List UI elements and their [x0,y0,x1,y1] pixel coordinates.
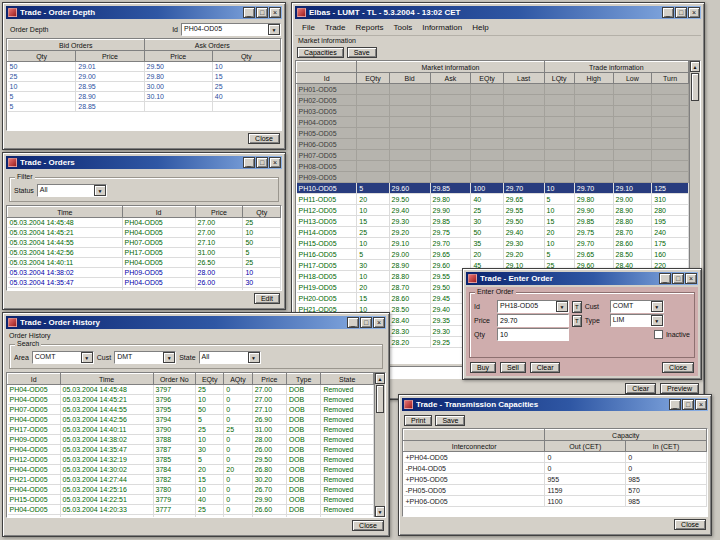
table-row[interactable]: +PH04-OD0500 [404,452,707,463]
chevron-down-icon[interactable]: ▼ [556,301,568,312]
close-button[interactable]: Close [248,133,280,144]
table-row[interactable]: PH15-OD051029.1029.703529.301029.7028.60… [297,238,689,249]
enter-order-titlebar[interactable]: Trade - Enter Order _ □ × [466,272,698,285]
menu-trade[interactable]: Trade [320,22,351,33]
column-header[interactable]: Id [122,207,195,218]
column-header[interactable]: EQty [357,73,389,84]
table-row[interactable]: 2529.0029.8015 [8,72,281,82]
column-header[interactable]: Time [8,207,123,218]
table-row[interactable]: -PH05-OD051159570 [404,485,707,496]
table-row[interactable]: PH04-OD0505.03.2004 14:42:5637945026.90D… [8,415,374,425]
minimize-icon[interactable]: _ [243,7,255,18]
close-icon[interactable]: × [688,7,700,18]
close-icon[interactable]: × [373,317,385,328]
menu-information[interactable]: Information [417,22,467,33]
minimize-icon[interactable]: _ [659,273,671,284]
chevron-down-icon[interactable]: ▼ [163,352,175,363]
id-tick-button[interactable]: T [572,301,582,313]
market-titlebar[interactable]: Elbas - LUMT - TL - 5.3.2004 - 13:02 CET… [295,6,701,19]
column-header[interactable]: High [574,73,613,84]
menu-reports[interactable]: Reports [351,22,389,33]
state-select[interactable]: All ▼ [199,351,261,364]
print-button[interactable]: Print [404,415,432,426]
maximize-icon[interactable]: □ [256,157,268,168]
chevron-down-icon[interactable]: ▼ [94,185,106,196]
column-header[interactable]: Interconnector [404,441,545,452]
qty-input[interactable] [497,328,569,341]
table-row[interactable]: PH12-OD0505.03.2004 14:32:1937855029.50D… [8,455,374,465]
table-row[interactable]: PH04-OD0505.03.2004 14:45:21379610027.00… [8,395,374,405]
capacities-button[interactable]: Capacities [297,47,344,58]
table-row[interactable]: PH04-OD0505.03.2004 14:30:023784202026.8… [8,465,374,475]
transmission-titlebar[interactable]: Trade - Transmission Capacities _ □ × [402,398,708,411]
order-depth-titlebar[interactable]: Trade - Order Depth _ □ × [6,6,282,19]
table-row[interactable]: PH09-OD05 [297,172,689,183]
vertical-scrollbar[interactable]: ▲ ▼ [374,373,385,517]
chevron-down-icon[interactable]: ▼ [81,352,93,363]
scroll-down-icon[interactable]: ▼ [375,506,385,517]
column-header[interactable]: EQty [196,374,224,385]
close-button[interactable]: Close [674,519,706,530]
minimize-icon[interactable]: _ [243,157,255,168]
clear-button[interactable]: Clear [530,362,561,373]
maximize-icon[interactable]: □ [682,399,694,410]
inactive-checkbox[interactable] [654,330,663,339]
table-row[interactable]: 05.03.2004 14:45:48PH04-OD0527.0025 [8,218,281,228]
table-row[interactable]: PH05-OD05 [297,128,689,139]
edit-button[interactable]: Edit [254,293,280,304]
cust-select[interactable]: DMT ▼ [114,351,176,364]
column-header[interactable]: Price [144,51,212,62]
table-row[interactable]: 05.03.2004 14:44:55PH07-OD0527.1050 [8,238,281,248]
price-tick-button[interactable]: T [572,315,582,327]
table-row[interactable]: PH04-OD0505.03.2004 14:25:16378010026.70… [8,485,374,495]
clear-button[interactable]: Clear [625,383,656,394]
table-row[interactable]: PH04-OD0505.03.2004 14:20:33377725026.60… [8,505,374,515]
status-select[interactable]: All ▼ [37,184,107,197]
table-row[interactable]: PH21-OD0505.03.2004 14:27:44378215030.20… [8,475,374,485]
table-row[interactable]: 05.03.2004 14:38:02PH09-OD0528.0010 [8,268,281,278]
sell-button[interactable]: Sell [500,362,526,373]
column-header[interactable]: Last [503,73,544,84]
minimize-icon[interactable]: _ [662,7,674,18]
table-row[interactable]: 1028.9530.0025 [8,82,281,92]
column-header[interactable]: Price [76,51,144,62]
table-row[interactable]: 05.03.2004 14:42:56PH17-OD0531.005 [8,248,281,258]
minimize-icon[interactable]: _ [347,317,359,328]
table-row[interactable]: PH03-OD05 [297,106,689,117]
column-header[interactable]: AQty [224,374,252,385]
column-header[interactable]: EQty [471,73,503,84]
table-row[interactable]: PH10-OD05529.6029.8510029.701029.7029.10… [297,183,689,194]
table-row[interactable]: PH16-OD05529.0029.652029.20529.6528.5016… [297,249,689,260]
menu-file[interactable]: File [297,22,320,33]
table-row[interactable]: +PH05-OD05955985 [404,474,707,485]
buy-button[interactable]: Buy [470,362,496,373]
scroll-up-icon[interactable]: ▲ [375,373,385,384]
column-header[interactable]: Low [613,73,652,84]
scroll-up-icon[interactable]: ▲ [690,61,700,72]
table-row[interactable]: PH17-OD0505.03.2004 14:40:113790252531.0… [8,425,374,435]
column-header[interactable]: Ask [430,73,471,84]
table-row[interactable]: PH15-OD0505.03.2004 14:22:51377940029.90… [8,495,374,505]
order-id-select[interactable]: PH18-OD05 ▼ [497,300,569,313]
close-icon[interactable]: × [695,399,707,410]
column-header[interactable]: Type [287,374,321,385]
save-button[interactable]: Save [347,47,377,58]
table-row[interactable]: 528.9030.1040 [8,92,281,102]
column-header[interactable]: In (CET) [626,441,707,452]
table-row[interactable]: PH07-OD0505.03.2004 14:44:55379550027.10… [8,405,374,415]
orders-titlebar[interactable]: Trade - Orders _ □ × [6,156,282,169]
table-row[interactable]: PH09-OD0505.03.2004 14:38:02378810028.00… [8,435,374,445]
table-row[interactable]: PH13-OD051529.3029.853029.501529.8528.80… [297,216,689,227]
column-header[interactable]: Id [297,73,357,84]
chevron-down-icon[interactable]: ▼ [248,352,260,363]
table-row[interactable]: PH01-OD05 [297,84,689,95]
table-row[interactable]: PH06-OD05 [297,139,689,150]
table-row[interactable]: PH04-OD05 [297,117,689,128]
column-header[interactable]: Qty [8,51,76,62]
price-input[interactable] [497,314,569,327]
column-header[interactable]: Price [252,374,286,385]
depth-id-select[interactable]: PH04-OD05 ▼ [181,23,281,36]
table-row[interactable]: PH02-OD05 [297,95,689,106]
column-header[interactable]: Bid [389,73,430,84]
column-header[interactable]: LQty [544,73,574,84]
